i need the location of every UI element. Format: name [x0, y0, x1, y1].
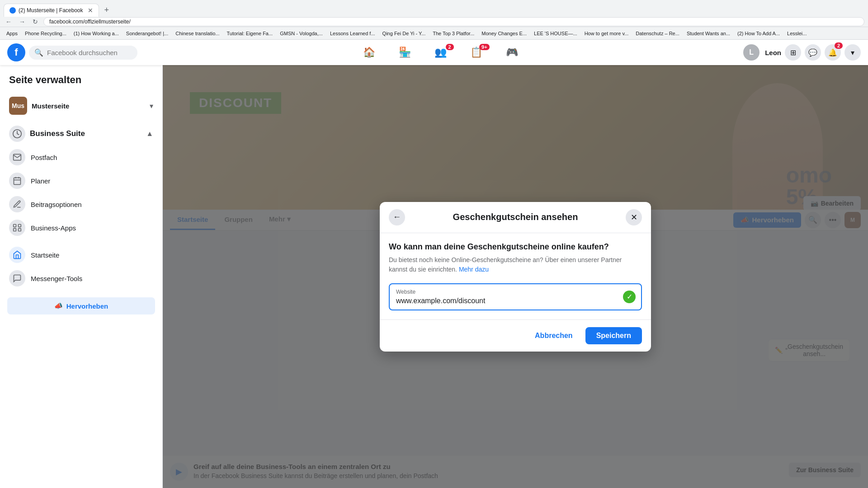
- bookmark-11[interactable]: Money Changes E...: [479, 30, 529, 37]
- groups-badge: 2: [446, 44, 454, 50]
- nav-home[interactable]: 🏠: [352, 43, 386, 62]
- bookmark-14[interactable]: Datenschutz – Re...: [633, 30, 682, 37]
- sidebar-item-postfach[interactable]: Postfach: [4, 145, 159, 169]
- bookmark-7[interactable]: GMSN - Vologda,...: [277, 30, 326, 37]
- page-name: Musterseite: [32, 102, 69, 110]
- startseite-label: Startseite: [31, 251, 59, 259]
- bookmarks-bar: Apps Phone Recycling... (1) How Working …: [0, 27, 868, 40]
- business-apps-label: Business-Apps: [31, 224, 76, 232]
- main-layout: Seite verwalten Mus Musterseite ▾ Busine…: [0, 65, 868, 488]
- marketplace-icon: 🏪: [399, 47, 411, 58]
- fb-logo: f: [7, 43, 25, 61]
- tab-title: (2) Musterseite | Facebook: [19, 7, 83, 14]
- groups-icon: 👥: [434, 47, 447, 58]
- url-bar[interactable]: facebook.com/offiziellmusterseite/: [43, 17, 864, 26]
- apps-button[interactable]: ⊞: [785, 44, 801, 61]
- nav-gaming[interactable]: 🎮: [495, 43, 529, 62]
- sidebar-item-startseite[interactable]: Startseite: [4, 243, 159, 267]
- page-selector[interactable]: Mus Musterseite ▾: [4, 93, 159, 118]
- cancel-button[interactable]: Abbrechen: [528, 328, 580, 343]
- url-text: facebook.com/offiziellmusterseite/: [49, 19, 131, 25]
- startseite-icon: [9, 247, 25, 263]
- chevron-button[interactable]: ▾: [844, 44, 861, 61]
- save-button[interactable]: Speichern: [585, 327, 642, 344]
- bookmark-3[interactable]: (1) How Working a...: [71, 30, 122, 37]
- nav-notifications[interactable]: 📋 9+: [459, 43, 493, 62]
- bookmark-6[interactable]: Tutorial: Eigene Fa...: [224, 30, 275, 37]
- bookmark-15[interactable]: Student Wants an...: [684, 30, 733, 37]
- business-apps-icon: [9, 220, 25, 236]
- modal-overlay: ← Geschenkgutschein ansehen ✕ Wo kann ma…: [163, 65, 868, 488]
- svg-rect-5: [14, 225, 16, 227]
- chevron-down-icon: ▾: [150, 102, 153, 110]
- bookmark-10[interactable]: The Top 3 Platfor...: [430, 30, 477, 37]
- bookmark-9[interactable]: Qing Fei De Yi - Y...: [380, 30, 429, 37]
- search-box[interactable]: 🔍: [29, 46, 137, 60]
- notifications-badge: 9+: [479, 44, 490, 50]
- svg-rect-1: [14, 178, 21, 184]
- bell-button[interactable]: 🔔 2: [825, 44, 841, 61]
- modal-description: Du bietest noch keine Online-Geschenkgut…: [389, 255, 642, 274]
- sidebar-item-business-apps[interactable]: Business-Apps: [4, 216, 159, 239]
- modal-back-button[interactable]: ←: [389, 209, 405, 225]
- bookmark-2[interactable]: Phone Recycling...: [22, 30, 69, 37]
- home-icon: 🏠: [363, 47, 375, 58]
- new-tab-button[interactable]: +: [101, 5, 113, 16]
- hervorheben-sidebar-icon: 📣: [54, 302, 63, 310]
- business-suite-icon: [9, 126, 25, 142]
- refresh-button[interactable]: ↻: [31, 17, 40, 26]
- website-input[interactable]: [396, 297, 635, 305]
- modal-dialog: ← Geschenkgutschein ansehen ✕ Wo kann ma…: [380, 202, 651, 352]
- svg-rect-6: [19, 225, 21, 227]
- modal-question: Wo kann man deine Geschenkgutscheine onl…: [389, 242, 642, 252]
- sidebar-item-beitragsoptionen[interactable]: Beitragsoptionen: [4, 192, 159, 216]
- search-icon: 🔍: [34, 48, 43, 57]
- bookmark-12[interactable]: LEE 'S HOUSE—...: [531, 30, 580, 37]
- postfach-label: Postfach: [31, 154, 57, 161]
- search-input[interactable]: [47, 49, 128, 56]
- user-name: Leon: [765, 49, 781, 56]
- page-avatar-icon: Mus: [9, 97, 27, 115]
- forward-button[interactable]: →: [17, 17, 27, 26]
- sidebar-item-planer[interactable]: Planer: [4, 169, 159, 192]
- mehr-dazu-link[interactable]: Mehr dazu: [459, 266, 489, 273]
- beitragsoptionen-label: Beitragsoptionen: [31, 201, 82, 208]
- modal-close-button[interactable]: ✕: [626, 209, 642, 225]
- bookmark-8[interactable]: Lessons Learned f...: [327, 30, 378, 37]
- bookmark-17[interactable]: Lesslei...: [784, 30, 809, 37]
- tab-close-btn[interactable]: ✕: [88, 7, 93, 14]
- hervorheben-sidebar-button[interactable]: 📣 Hervorheben: [7, 297, 155, 314]
- website-input-label: Website: [396, 289, 635, 295]
- modal-body: Wo kann man deine Geschenkgutscheine onl…: [380, 233, 651, 319]
- planer-icon: [9, 173, 25, 189]
- business-suite-header[interactable]: Business Suite ▲: [4, 122, 159, 145]
- browser-chrome: (2) Musterseite | Facebook ✕ + ← → ↻ fac…: [0, 0, 868, 27]
- browser-tab[interactable]: (2) Musterseite | Facebook ✕: [4, 4, 99, 17]
- nav-marketplace[interactable]: 🏪: [388, 43, 422, 62]
- messenger-tools-icon: [9, 270, 25, 286]
- nav-groups[interactable]: 👥 2: [424, 43, 458, 62]
- business-suite-section: Business Suite ▲ Postfach: [4, 122, 159, 239]
- avatar[interactable]: L: [743, 44, 760, 61]
- gaming-icon: 🎮: [506, 47, 518, 58]
- sidebar: Seite verwalten Mus Musterseite ▾ Busine…: [0, 65, 163, 488]
- fb-navigation: 🏠 🏪 👥 2 📋 9+ 🎮: [137, 43, 743, 62]
- header-actions: L Leon ⊞ 💬 🔔 2 ▾: [743, 44, 861, 61]
- beitragsoptionen-icon: [9, 196, 25, 212]
- website-input-container[interactable]: Website ✓: [389, 283, 642, 310]
- bookmark-4[interactable]: Sonderangebot! |...: [123, 30, 171, 37]
- bookmark-apps[interactable]: Apps: [4, 30, 20, 37]
- back-button[interactable]: ←: [4, 17, 14, 26]
- bookmark-13[interactable]: How to get more v...: [582, 30, 632, 37]
- bookmark-5[interactable]: Chinese translatio...: [173, 30, 222, 37]
- sidebar-item-messenger[interactable]: Messenger-Tools: [4, 267, 159, 290]
- messenger-button[interactable]: 💬: [805, 44, 821, 61]
- valid-icon: ✓: [623, 291, 636, 303]
- modal-footer: Abbrechen Speichern: [380, 319, 651, 352]
- messenger-tools-label: Messenger-Tools: [31, 275, 82, 282]
- bookmark-16[interactable]: (2) How To Add A...: [735, 30, 783, 37]
- sidebar-title: Seite verwalten: [4, 70, 159, 93]
- svg-rect-7: [14, 229, 16, 231]
- modal-header: ← Geschenkgutschein ansehen ✕: [380, 202, 651, 233]
- bell-badge: 2: [835, 42, 843, 49]
